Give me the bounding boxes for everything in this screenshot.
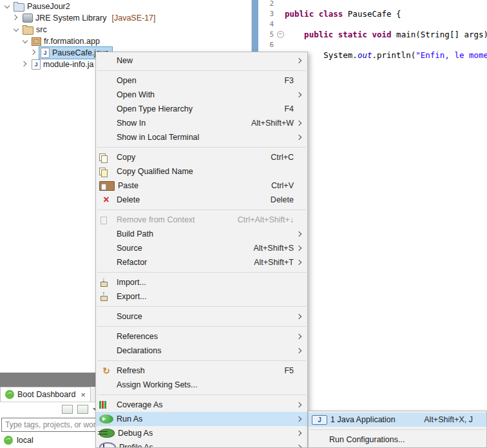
tab-boot-dashboard[interactable]: Boot Dashboard × [0, 387, 91, 402]
menu-arrow-slot [294, 76, 304, 85]
line-number: 5 [258, 30, 276, 39]
menu-item-import[interactable]: Import... [96, 275, 307, 289]
copy-qualified-icon [99, 168, 113, 176]
code-text: System.out.println("Enfin, le moment de [285, 50, 487, 60]
menu-item-copy[interactable]: CopyCtrl+C [96, 150, 307, 164]
menu-item-run-configurations[interactable]: Run Configurations... [309, 433, 486, 447]
line-number: 3 [258, 10, 276, 18]
submenu-arrow-icon [294, 332, 304, 341]
menu-separator [97, 360, 306, 361]
menu-item-label: Paste [118, 181, 260, 190]
menu-separator [97, 306, 306, 307]
menu-item-1-java-application[interactable]: 1 Java ApplicationAlt+Shift+X, J [309, 413, 486, 427]
code-token: "Enfin, le moment de [415, 50, 487, 60]
submenu-arrow-icon [294, 133, 304, 142]
submenu-arrow-icon [294, 346, 304, 355]
menu-item-coverage-as[interactable]: Coverage As [96, 398, 307, 412]
menu-item-refresh[interactable]: RefreshF5 [96, 364, 307, 378]
menu-item-copy-qualified-name[interactable]: Copy Qualified Name [96, 164, 307, 179]
menu-item-debug-as[interactable]: Debug As [96, 426, 307, 440]
menu-item-declarations[interactable]: Declarations [96, 344, 307, 358]
menu-item-shortcut: Ctrl+Alt+Shift+↓ [238, 215, 294, 224]
menu-item-references[interactable]: References [96, 329, 307, 344]
menu-arrow-slot [294, 366, 304, 375]
menu-item-paste[interactable]: PasteCtrl+V [96, 179, 307, 193]
menu-item-label: Assign Working Sets... [117, 380, 282, 389]
menu-item-label: Run Configurations... [329, 435, 461, 444]
tree-item-decoration: [JavaSE-17] [111, 14, 155, 23]
line-number: 4 [258, 20, 276, 28]
tree-item-src[interactable]: src [0, 24, 251, 35]
code-token: .println( [372, 50, 415, 60]
menu-item-label: New [117, 56, 282, 65]
submenu-arrow-icon [294, 229, 304, 239]
menu-item-remove-from-context[interactable]: Remove from ContextCtrl+Alt+Shift+↓ [96, 213, 307, 227]
tab-close-icon[interactable]: × [81, 390, 86, 400]
tree-item-jre-system-library[interactable]: JRE System Library[JavaSE-17] [0, 12, 251, 24]
submenu-arrow-icon [294, 400, 304, 409]
menu-item-label: Copy Qualified Name [117, 167, 282, 176]
fold-collapse-icon[interactable] [276, 31, 285, 38]
menu-item-label: Delete [117, 195, 259, 204]
chevron-down-icon[interactable] [3, 2, 12, 11]
tree-item-label: src [36, 25, 47, 34]
tree-item-pausejour2[interactable]: PauseJour2 [0, 1, 251, 12]
tree-item-box: PauseJour2 [12, 1, 74, 13]
remove-context-icon [99, 216, 113, 224]
menu-separator [97, 272, 306, 273]
menu-separator [97, 326, 306, 327]
run-as-submenu: 1 Java ApplicationAlt+Shift+X, JRun Conf… [308, 411, 487, 448]
menu-item-label: Profile As [119, 443, 282, 448]
code-token: main(String[] args) { [396, 30, 487, 39]
copy-icon [99, 153, 113, 162]
chevron-right-icon[interactable] [30, 48, 39, 57]
code-text: public class PauseCafe { [285, 9, 401, 19]
code-line: 3public class PauseCafe { [258, 8, 487, 19]
menu-separator [97, 209, 306, 210]
menu-item-label: 1 Java Application [330, 415, 412, 424]
menu-item-label: Remove from Context [117, 215, 226, 224]
code-token [285, 30, 304, 39]
code-token: out [358, 50, 372, 60]
tree-item-fr-formation-app[interactable]: fr.formation.app [0, 35, 251, 47]
menu-separator [97, 70, 306, 71]
menu-item-open-with[interactable]: Open With [96, 88, 307, 102]
debug-icon [99, 429, 115, 438]
code-token: public class [285, 9, 348, 19]
menu-item-delete[interactable]: DeleteDelete [96, 193, 307, 207]
menu-arrow-slot [294, 167, 304, 176]
import-icon [99, 278, 113, 287]
chevron-down-icon[interactable] [21, 37, 30, 46]
menu-item-label: Show in Local Terminal [117, 133, 282, 142]
menu-separator [97, 394, 306, 395]
menu-item-label: Export... [117, 292, 282, 301]
code-text: public static void main(String[] args) { [285, 30, 487, 39]
menu-item-shortcut: F5 [284, 366, 294, 375]
menu-item-shortcut: Ctrl+V [271, 181, 294, 190]
submenu-arrow-icon [294, 119, 304, 128]
chevron-right-icon[interactable] [12, 14, 21, 23]
menu-item-refactor[interactable]: RefactorAlt+Shift+T [96, 255, 307, 269]
chevron-down-icon[interactable] [12, 25, 21, 34]
menu-item-show-in[interactable]: Show InAlt+Shift+W [96, 116, 307, 130]
menu-item-open[interactable]: OpenF3 [96, 73, 307, 88]
menu-item-show-in-local-terminal[interactable]: Show in Local Terminal [96, 130, 307, 144]
menu-item-open-type-hierarchy[interactable]: Open Type HierarchyF4 [96, 102, 307, 116]
menu-item-run-as[interactable]: Run As [96, 412, 307, 426]
menu-separator [310, 429, 485, 430]
menu-item-export[interactable]: Export... [96, 289, 307, 304]
menu-item-source[interactable]: SourceAlt+Shift+S [96, 241, 307, 255]
menu-item-source[interactable]: Source [96, 309, 307, 324]
menu-item-build-path[interactable]: Build Path [96, 227, 307, 241]
chevron-right-icon[interactable] [21, 60, 30, 69]
menu-item-profile-as[interactable]: Profile As [96, 440, 307, 448]
submenu-arrow-icon [294, 258, 304, 267]
menu-item-new[interactable]: New [96, 54, 307, 68]
menu-item-label: Source [117, 312, 282, 321]
tree-item-label: fr.formation.app [44, 37, 100, 46]
view-toolbar-icon-1[interactable] [62, 405, 73, 414]
menu-item-assign-working-sets[interactable]: Assign Working Sets... [96, 378, 307, 392]
view-toolbar-icon-2[interactable] [77, 405, 88, 414]
code-line: 4 [258, 19, 487, 29]
run-icon [99, 414, 113, 424]
